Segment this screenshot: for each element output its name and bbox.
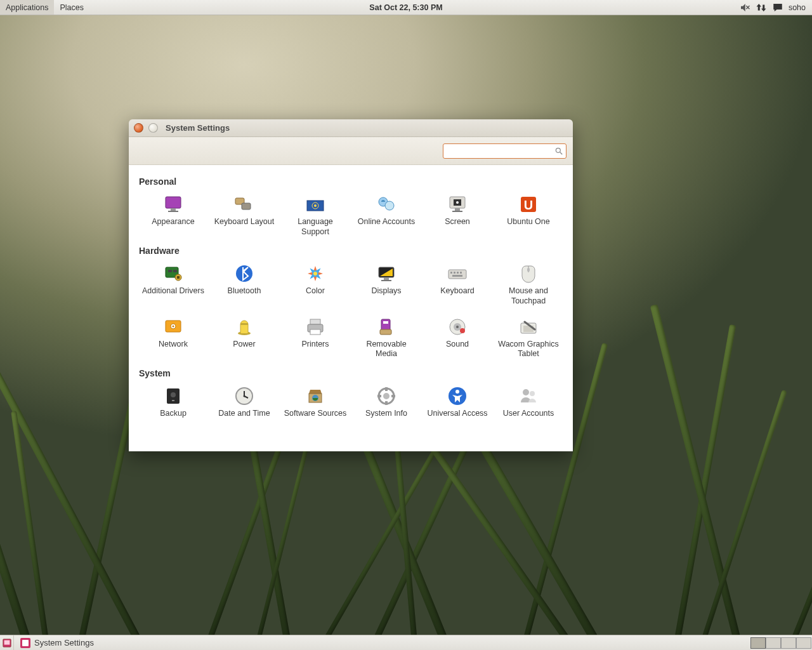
setting-ubuntu-one[interactable]: UUbuntu One [493, 190, 564, 241]
sound-icon [447, 317, 468, 337]
setting-kb-layout[interactable]: Keyboard Layout [209, 190, 280, 241]
svg-rect-49 [383, 321, 388, 324]
setting-label: Online Accounts [358, 217, 415, 227]
setting-displays[interactable]: Displays [351, 260, 422, 310]
setting-users[interactable]: User Accounts [493, 382, 564, 430]
setting-drivers[interactable]: Additional Drivers [138, 260, 209, 310]
setting-sound[interactable]: Sound [422, 313, 493, 363]
volume-muted-icon[interactable] [737, 0, 753, 15]
svg-rect-47 [310, 329, 320, 335]
workspace-2[interactable] [766, 637, 781, 649]
window-close-button[interactable] [134, 123, 143, 133]
svg-point-42 [173, 325, 174, 327]
svg-rect-36 [460, 272, 462, 274]
places-menu[interactable]: Places [54, 0, 89, 15]
setting-label: Screen [445, 217, 470, 227]
setting-removable[interactable]: Removable Media [351, 313, 422, 363]
universal-icon [447, 386, 468, 406]
svg-rect-50 [380, 329, 391, 335]
user-menu[interactable]: soho [786, 0, 812, 15]
network-icon [163, 317, 183, 337]
workspace-1[interactable] [750, 637, 766, 649]
setting-software[interactable]: Software Sources [280, 382, 351, 430]
workspace-3[interactable] [781, 637, 796, 649]
workspace-4[interactable] [796, 637, 811, 649]
ubuntu-one-icon: U [518, 194, 539, 215]
setting-universal[interactable]: Universal Access [422, 382, 493, 430]
window-minimize-button[interactable] [148, 123, 158, 133]
svg-line-3 [560, 152, 563, 154]
setting-label: Appearance [152, 217, 194, 227]
search-box[interactable] [443, 143, 566, 159]
setting-bluetooth[interactable]: Bluetooth [209, 260, 280, 310]
svg-point-76 [530, 391, 535, 396]
svg-point-2 [556, 148, 560, 152]
svg-rect-80 [22, 640, 29, 646]
section-hardware: Hardware [139, 246, 564, 256]
setting-backup[interactable]: Backup [138, 382, 209, 430]
setting-label: Mouse and Touchpad [497, 286, 560, 306]
setting-label: Keyboard [440, 286, 475, 296]
setting-appearance[interactable]: Appearance [138, 190, 209, 241]
setting-datetime[interactable]: Date and Time [209, 382, 280, 430]
svg-rect-8 [242, 203, 251, 209]
setting-sysinfo[interactable]: System Info [351, 382, 422, 430]
svg-rect-70 [385, 401, 388, 405]
section-personal: Personal [139, 176, 564, 187]
svg-rect-45 [310, 319, 320, 324]
setting-mouse[interactable]: Mouse and Touchpad [493, 260, 564, 310]
network-updown-icon[interactable] [753, 0, 769, 15]
appearance-icon [163, 194, 183, 215]
search-icon [554, 147, 563, 156]
keyboard-icon [447, 263, 468, 284]
setting-network[interactable]: Network [138, 313, 209, 363]
setting-online-accounts[interactable]: Online Accounts [351, 190, 422, 241]
taskbar-item-system-settings[interactable]: System Settings [14, 635, 101, 650]
svg-rect-5 [171, 208, 176, 211]
window-titlebar[interactable]: System Settings [129, 119, 573, 137]
online-accounts-icon [376, 194, 396, 215]
svg-point-27 [313, 272, 317, 275]
search-input[interactable] [447, 146, 554, 156]
show-desktop-button[interactable] [0, 635, 14, 650]
backup-icon [163, 386, 183, 406]
setting-label: Ubuntu One [507, 217, 549, 227]
svg-point-64 [244, 395, 246, 397]
setting-printers[interactable]: Printers [280, 313, 351, 363]
setting-power[interactable]: Power [209, 313, 280, 363]
svg-rect-31 [381, 280, 391, 281]
color-icon [305, 263, 325, 284]
svg-rect-22 [168, 270, 172, 272]
svg-rect-4 [166, 197, 181, 208]
mouse-icon [518, 263, 539, 284]
applications-menu[interactable]: Applications [0, 0, 54, 15]
system-tray: soho [737, 0, 812, 15]
task-label: System Settings [34, 638, 94, 647]
window-toolbar [129, 137, 573, 165]
setting-keyboard[interactable]: Keyboard [422, 260, 493, 310]
clock[interactable]: Sat Oct 22, 5:30 PM [369, 3, 442, 12]
setting-wacom[interactable]: Wacom Graphics Tablet [493, 313, 564, 363]
settings-content: Personal AppearanceKeyboard LayoutLangua… [129, 165, 573, 451]
drivers-icon [163, 263, 183, 284]
svg-rect-44 [240, 323, 248, 325]
svg-point-11 [314, 204, 317, 207]
setting-label: System Info [365, 409, 407, 419]
top-panel: Applications Places Sat Oct 22, 5:30 PM … [0, 0, 812, 15]
svg-rect-69 [385, 387, 388, 391]
setting-label: Displays [371, 286, 401, 296]
window-title: System Settings [166, 123, 230, 133]
svg-rect-39 [527, 268, 530, 272]
setting-screen[interactable]: Screen [422, 190, 493, 241]
wacom-icon [518, 317, 539, 337]
svg-rect-78 [4, 640, 10, 644]
svg-rect-23 [173, 270, 177, 272]
setting-label: Date and Time [218, 409, 270, 419]
setting-color[interactable]: Color [280, 260, 351, 310]
removable-icon [376, 317, 396, 337]
section-system: System [139, 368, 564, 378]
svg-point-54 [460, 328, 465, 333]
svg-point-75 [523, 389, 529, 395]
setting-language[interactable]: Language Support [280, 190, 351, 241]
chat-icon[interactable] [769, 0, 786, 15]
